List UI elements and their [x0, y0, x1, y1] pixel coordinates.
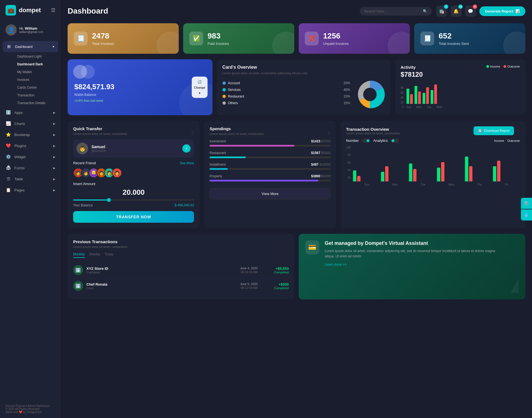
sidebar-item-dashboard[interactable]: ⊞ Dashboard ▼ [3, 41, 58, 52]
stat-icon-total: 🧾 [74, 32, 88, 45]
tx-label-fri: Fri [505, 183, 508, 186]
tx-dots-menu[interactable]: ⋮ [516, 129, 520, 133]
spending-installment: Installment $487 $10000 [209, 163, 330, 170]
legend-dot-account [222, 81, 226, 85]
search-input[interactable] [364, 9, 421, 13]
transfer-user-row: 👨 Samuel @sum224 ✓ [73, 139, 194, 158]
spending-property: Property $3890 $4000 [209, 174, 330, 181]
sidebar-bootstrap-label: Bootstrap [14, 133, 30, 137]
legend-dot-restaurant [222, 95, 226, 98]
generate-report-button[interactable]: Generate Report 📊 [479, 6, 525, 16]
number-toggle[interactable] [362, 139, 370, 143]
see-more-link[interactable]: See More [180, 161, 194, 165]
stat-number-sent: 652 [439, 32, 469, 40]
sub-nav-transaction[interactable]: Transaction [14, 91, 61, 99]
view-more-button[interactable]: View More [209, 188, 330, 199]
sub-nav-transaction-details[interactable]: Transaction Details [14, 99, 61, 107]
tx-amount-status-0: +$5,553 Completed [261, 266, 289, 274]
chat-button[interactable]: 💬 5 [465, 6, 476, 17]
tab-today[interactable]: Today [104, 252, 113, 258]
tx-y-axis: 10080604020 [346, 146, 352, 179]
sidebar-plugins-label: Plugins [14, 144, 26, 148]
legend-label-restaurant: Restaurant [228, 94, 244, 98]
analytics-toggle-knob [392, 139, 394, 142]
stat-card-total: 🧾 2478 Total Invoices [68, 23, 179, 54]
download-icon: ⬇️ [478, 129, 482, 133]
friend-avatar-6[interactable]: 👩 [112, 168, 122, 178]
settings-icon[interactable]: ⚙️ [521, 198, 532, 209]
bar-chart [406, 82, 520, 104]
download-report-button[interactable]: ⬇️ Download Report [474, 126, 514, 135]
spending-restaurant: Restaurant $1567 $5000 [209, 151, 330, 158]
sidebar-item-apps[interactable]: ℹ️ Apps ▶ [0, 107, 61, 118]
sidebar-item-bootstrap[interactable]: ⭐ Bootstrap ▶ [0, 129, 61, 140]
download-label: Download Report [484, 129, 510, 133]
balance-row: Your Balance $ 456,345.62 [73, 203, 194, 207]
bag-badge: 2 [444, 4, 448, 9]
sidebar-item-forms[interactable]: 🖨️ Forms ▶ [0, 162, 61, 173]
slider-wrap[interactable] [73, 199, 194, 201]
search-bar[interactable]: 🔍 [360, 7, 432, 16]
y-axis: 806040200 [401, 86, 404, 109]
wallet-card: 🔄 Change ▼ $824,571.93 Wallet Balance +0… [68, 59, 213, 115]
transfer-header-text: Quick Transfer Lorem ipsum dolor sit ame… [73, 126, 127, 139]
stat-label-sent: Total Invoices Sent [439, 42, 469, 46]
sub-nav-invoices[interactable]: Invoices [14, 76, 61, 84]
tx-bar-outcome-sun [357, 176, 360, 181]
dots-menu[interactable]: ⋮ [190, 131, 194, 135]
va-learn-more-link[interactable]: Learn more >> [325, 263, 347, 266]
recent-friend-row: Recent Friend See More [73, 161, 194, 165]
analytics-toggle[interactable] [391, 139, 399, 143]
spending-investment: Investment $1415 $2000 [209, 139, 330, 147]
tab-monthly[interactable]: Monthly [73, 252, 85, 258]
sidebar-item-charts[interactable]: 📈 Charts ▶ [0, 118, 61, 129]
sidebar-item-plugins[interactable]: ❤️ Plugins ▶ [0, 140, 61, 151]
spending-amounts-property: $3890 $4000 [311, 174, 331, 178]
bar-income-wed [431, 90, 433, 104]
tx-label-tue: Tue [421, 183, 426, 186]
legend-restaurant: Restaurant 15% [222, 94, 350, 98]
search-icon: 🔍 [423, 9, 427, 13]
bag-button[interactable]: 🛍️ 2 [436, 6, 447, 17]
activity-card: Activity Income Outcome $78120 806040200 [395, 59, 525, 115]
bell-button[interactable]: 🔔 12 [451, 6, 462, 17]
tx-desc: Lorem ipsum dolor sit amet, consectetur [346, 132, 400, 135]
sub-nav-dashboard-light[interactable]: Dashboard Light [14, 53, 61, 60]
arrow-icon: ▶ [53, 133, 55, 136]
legend-pct-account: 20% [344, 81, 350, 85]
sub-nav-cards-center[interactable]: Cards Center [14, 84, 61, 91]
middle-row: 🔄 Change ▼ $824,571.93 Wallet Balance +0… [68, 59, 525, 115]
user-profile: 👤 Hi, William william@gmail.com [0, 20, 61, 39]
stat-card-sent: 🧾 652 Total Invoices Sent [414, 23, 525, 54]
transaction-card: Transaction Overview Lorem ipsum dolor s… [341, 121, 525, 228]
spendings-dots-menu[interactable]: ⋮ [327, 131, 331, 135]
sidebar-item-widget[interactable]: ⚙️ Widget ▶ [0, 151, 61, 162]
sub-nav-my-wallet[interactable]: My Wallet [14, 68, 61, 76]
tx-amount-status-1: +$320 Completed [261, 282, 289, 290]
stat-icon-unpaid: ❌ [305, 32, 319, 45]
slider-thumb[interactable] [107, 198, 111, 202]
pages-icon: 📋 [6, 188, 11, 193]
label-wed: Wed [436, 106, 442, 109]
transfer-now-button[interactable]: TRANSFER NOW [73, 211, 194, 223]
tx-bar-income-thu [465, 157, 468, 181]
sub-nav-dashboard-dark[interactable]: Dashboard Dark [14, 60, 61, 68]
hamburger-icon[interactable]: ☰ [51, 7, 55, 13]
sidebar-item-pages[interactable]: 📋 Pages ▶ [0, 184, 61, 196]
header-icons: 🛍️ 2 🔔 12 💬 5 Generate Report 📊 [436, 6, 525, 17]
arrow-icon: ▶ [53, 166, 55, 170]
prev-tx-card: Previous Transactions Lorem ipsum dolor … [68, 234, 294, 299]
outcome-dot [503, 65, 506, 68]
water-icon[interactable]: 💧 [521, 209, 532, 220]
stat-icon-paid: ✅ [189, 32, 203, 45]
stat-cards: 🧾 2478 Total Invoices ✅ 983 Paid Invoice… [68, 23, 525, 54]
tx-bar-sun [353, 170, 380, 181]
tab-weekly[interactable]: Weekly [89, 252, 100, 258]
toggle-knob [367, 139, 369, 142]
charts-icon: 📈 [6, 121, 11, 126]
sidebar-pages-label: Pages [14, 188, 25, 192]
header: Dashboard 🔍 🛍️ 2 🔔 12 💬 5 Generate Repor… [68, 6, 525, 17]
tx-label-wed: Wed [449, 183, 454, 186]
tx-amount-1: +$320 [261, 282, 289, 286]
sidebar-item-table[interactable]: ☰ Table ▶ [0, 173, 61, 184]
